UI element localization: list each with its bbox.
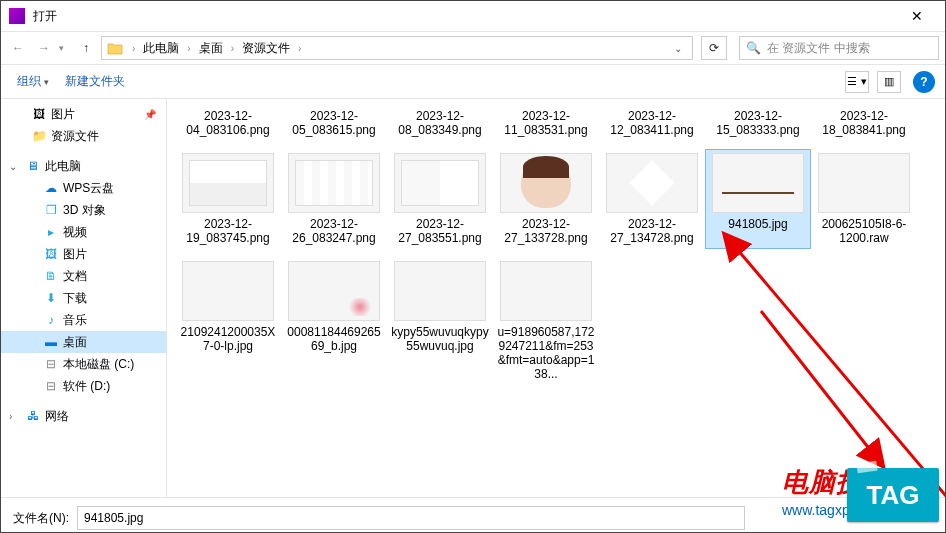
drive-icon: ⬇ (43, 290, 59, 306)
drive-icon: 🗎 (43, 268, 59, 284)
file-item[interactable]: 2023-12-18_083841.png (811, 105, 917, 141)
sidebar-item-label: 3D 对象 (63, 202, 106, 219)
file-item[interactable]: 2109241200035X7-0-lp.jpg (175, 257, 281, 385)
file-item[interactable]: 2023-12-15_083333.png (705, 105, 811, 141)
up-button[interactable]: ↑ (75, 37, 97, 59)
chevron-right-icon: › (128, 43, 139, 54)
sidebar-item[interactable]: ⊟本地磁盘 (C:) (1, 353, 166, 375)
chevron-right-icon: › (227, 43, 238, 54)
file-item[interactable]: 2023-12-04_083106.png (175, 105, 281, 141)
file-item[interactable]: 941805.jpg (705, 149, 811, 249)
file-thumbnail (606, 153, 698, 213)
file-item[interactable]: 0008118446926569_b.jpg (281, 257, 387, 385)
sidebar-item-thispc[interactable]: ⌄ 🖥 此电脑 (1, 155, 166, 177)
sidebar-item[interactable]: ▬桌面 (1, 331, 166, 353)
file-name: 941805.jpg (709, 217, 807, 231)
file-name: 2023-12-12_083411.png (603, 109, 701, 137)
sidebar-item[interactable]: ⬇下载 (1, 287, 166, 309)
sidebar-item-label: 软件 (D:) (63, 378, 110, 395)
picture-icon: 🖼 (31, 106, 47, 122)
file-thumbnail (500, 261, 592, 321)
sidebar-item[interactable]: 🖼图片 (1, 243, 166, 265)
new-folder-button[interactable]: 新建文件夹 (59, 70, 131, 93)
expand-icon[interactable]: ⌄ (9, 161, 21, 172)
sidebar-item-label: 资源文件 (51, 128, 99, 145)
file-name: 2023-12-27_133728.png (497, 217, 595, 245)
file-name: 2023-12-04_083106.png (179, 109, 277, 137)
sidebar-item-label: WPS云盘 (63, 180, 114, 197)
file-thumbnail (818, 153, 910, 213)
file-item[interactable]: 2023-12-27_134728.png (599, 149, 705, 249)
file-item[interactable]: 200625105I8-6-1200.raw (811, 149, 917, 249)
back-button[interactable]: ← (7, 37, 29, 59)
sidebar-item-label: 桌面 (63, 334, 87, 351)
file-item[interactable]: kypy55wuvuqkypy55wuvuq.jpg (387, 257, 493, 385)
file-grid[interactable]: 2023-12-04_083106.png2023-12-05_083615.p… (167, 99, 945, 497)
sidebar-item[interactable]: ⊟软件 (D:) (1, 375, 166, 397)
search-input[interactable]: 🔍 在 资源文件 中搜索 (739, 36, 939, 60)
file-thumbnail (394, 261, 486, 321)
breadcrumb-path[interactable]: › 此电脑 › 桌面 › 资源文件 › (128, 40, 668, 57)
file-name: kypy55wuvuqkypy55wuvuq.jpg (391, 325, 489, 353)
preview-pane-icon[interactable]: ▥ (877, 71, 901, 93)
sidebar-item-label: 图片 (51, 106, 75, 123)
file-item[interactable]: 2023-12-12_083411.png (599, 105, 705, 141)
breadcrumb-dropdown[interactable]: ⌄ (668, 43, 688, 54)
file-item[interactable]: 2023-12-08_083349.png (387, 105, 493, 141)
file-name: 2023-12-08_083349.png (391, 109, 489, 137)
crumb-folder[interactable]: 资源文件 (238, 40, 294, 57)
refresh-button[interactable]: ⟳ (701, 36, 727, 60)
view-list-icon[interactable]: ☰ ▾ (845, 71, 869, 93)
drive-icon: ⊟ (43, 356, 59, 372)
close-button[interactable]: ✕ (897, 8, 937, 24)
search-placeholder: 在 资源文件 中搜索 (767, 40, 870, 57)
file-item[interactable]: 2023-12-05_083615.png (281, 105, 387, 141)
sidebar-item-network[interactable]: › 🖧 网络 (1, 405, 166, 427)
window-title: 打开 (33, 8, 897, 25)
app-icon (9, 8, 25, 24)
titlebar: 打开 ✕ (1, 1, 945, 31)
breadcrumb[interactable]: › 此电脑 › 桌面 › 资源文件 › ⌄ (101, 36, 693, 60)
pin-icon: 📌 (144, 109, 156, 120)
sidebar-item[interactable]: 🗎文档 (1, 265, 166, 287)
sidebar-item[interactable]: ❒3D 对象 (1, 199, 166, 221)
file-name: u=918960587,1729247211&fm=253&fmt=auto&a… (497, 325, 595, 381)
file-thumbnail (182, 261, 274, 321)
organize-menu[interactable]: 组织 (11, 70, 55, 93)
sidebar-item-pictures[interactable]: 🖼 图片 📌 (1, 103, 166, 125)
file-name: 2023-12-11_083531.png (497, 109, 595, 137)
toolbar: 组织 新建文件夹 ☰ ▾ ▥ ? (1, 65, 945, 99)
file-thumbnail (712, 153, 804, 213)
file-name: 2023-12-05_083615.png (285, 109, 383, 137)
drive-icon: ♪ (43, 312, 59, 328)
sidebar-item-label: 视频 (63, 224, 87, 241)
file-item[interactable]: 2023-12-27_133728.png (493, 149, 599, 249)
file-item[interactable]: u=918960587,1729247211&fm=253&fmt=auto&a… (493, 257, 599, 385)
expand-icon[interactable]: › (9, 411, 21, 422)
chevron-right-icon: › (183, 43, 194, 54)
filename-input[interactable] (77, 506, 745, 530)
file-item[interactable]: 2023-12-11_083531.png (493, 105, 599, 141)
thispc-icon: 🖥 (25, 158, 41, 174)
history-dropdown[interactable]: ▾ (59, 43, 71, 53)
sidebar-item[interactable]: ▸视频 (1, 221, 166, 243)
sidebar-item[interactable]: ☁WPS云盘 (1, 177, 166, 199)
drive-icon: 🖼 (43, 246, 59, 262)
drive-icon: ☁ (43, 180, 59, 196)
file-item[interactable]: 2023-12-27_083551.png (387, 149, 493, 249)
crumb-thispc[interactable]: 此电脑 (139, 40, 183, 57)
sidebar-item[interactable]: ♪音乐 (1, 309, 166, 331)
file-item[interactable]: 2023-12-19_083745.png (175, 149, 281, 249)
file-name: 2023-12-27_083551.png (391, 217, 489, 245)
sidebar-item-resources[interactable]: 📁 资源文件 (1, 125, 166, 147)
crumb-desktop[interactable]: 桌面 (195, 40, 227, 57)
sidebar-item-label: 下载 (63, 290, 87, 307)
drive-icon: ▸ (43, 224, 59, 240)
file-item[interactable]: 2023-12-26_083247.png (281, 149, 387, 249)
file-name: 2109241200035X7-0-lp.jpg (179, 325, 277, 353)
sidebar-item-label: 图片 (63, 246, 87, 263)
file-name: 2023-12-26_083247.png (285, 217, 383, 245)
help-button[interactable]: ? (913, 71, 935, 93)
folder-icon: 📁 (31, 128, 47, 144)
file-thumbnail (288, 261, 380, 321)
